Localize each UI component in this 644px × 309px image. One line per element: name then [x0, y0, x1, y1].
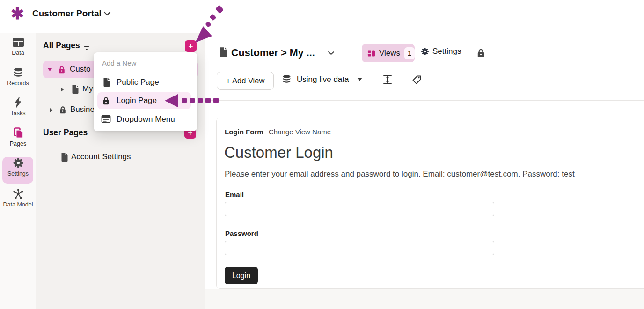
gear-icon [13, 157, 24, 169]
lock-icon [59, 105, 67, 114]
password-field[interactable] [225, 241, 494, 255]
menu-item-label: Public Page [117, 78, 159, 87]
caret-down-icon[interactable] [48, 68, 52, 71]
caret-right-icon[interactable] [50, 108, 53, 112]
app-name: Customer Portal [32, 8, 102, 19]
nav-sidebar: Data Records Tasks Pages Settings Data M… [0, 33, 36, 309]
sidebar-item-settings[interactable]: Settings [0, 157, 36, 177]
sidebar-item-label: Data Model [0, 201, 36, 208]
app-logo-icon: ✱ [11, 6, 24, 22]
sidebar-item-data-model[interactable]: Data Model [0, 188, 36, 208]
chevron-down-icon[interactable] [103, 11, 111, 16]
tree-item-label: Custo [70, 65, 90, 74]
sidebar-item-data[interactable]: Data [0, 37, 36, 56]
change-view-name-link[interactable]: Change View Name [269, 128, 331, 136]
tree-row[interactable]: Account Settings [36, 151, 205, 163]
top-bar: ✱ Customer Portal [0, 0, 644, 33]
database-icon [282, 74, 292, 84]
chevron-down-icon[interactable] [328, 51, 335, 55]
data-source-dropdown[interactable]: Using live data [282, 74, 362, 84]
dropdown-menu-icon [101, 115, 111, 124]
main-content: Customer > My ... Views 1 Settings + Add… [205, 33, 644, 309]
row-height-icon[interactable] [383, 74, 392, 85]
sidebar-item-records[interactable]: Records [0, 67, 36, 87]
view-card: Login Form Change View Name Customer Log… [216, 118, 644, 289]
tab-views-label: Views [379, 49, 400, 58]
caret-right-icon[interactable] [61, 88, 64, 92]
form-description: Please enter your email address and pass… [225, 169, 575, 179]
menu-item-label: Dropdown Menu [117, 115, 175, 124]
sidebar-item-label: Pages [0, 140, 36, 147]
bottom-strip [205, 289, 644, 309]
sidebar-item-label: Records [0, 80, 36, 87]
menu-item-public-page[interactable]: Public Page [94, 75, 197, 90]
email-field[interactable] [225, 202, 494, 216]
tab-settings-label: Settings [432, 47, 461, 56]
gear-icon [421, 47, 429, 56]
pages-icon [13, 127, 24, 139]
database-icon [13, 67, 24, 78]
tab-settings[interactable]: Settings [421, 47, 461, 56]
views-count-badge: 1 [404, 47, 415, 59]
lock-icon [58, 65, 66, 74]
tree-item-label: Busine [70, 105, 95, 114]
form-heading: Customer Login [224, 144, 333, 162]
user-pages-title: User Pages [43, 128, 88, 138]
file-icon [71, 85, 79, 94]
view-type-label: Login Form [225, 128, 263, 136]
sidebar-item-pages[interactable]: Pages [0, 127, 36, 147]
add-view-button[interactable]: + Add View [217, 72, 274, 90]
file-icon [218, 47, 227, 58]
add-page-button[interactable]: + [185, 40, 197, 52]
data-source-label: Using live data [297, 75, 349, 84]
pages-panel-title: All Pages [43, 41, 80, 51]
lock-icon [102, 96, 110, 105]
add-page-menu: Add a New Public Page Login Page Dropdow… [94, 52, 197, 131]
tree-item-label: Account Settings [71, 152, 131, 162]
caret-down-icon [357, 78, 362, 81]
table-icon [12, 37, 24, 48]
password-label: Password [225, 229, 258, 237]
email-label: Email [225, 191, 244, 199]
sidebar-item-label: Tasks [0, 110, 36, 117]
menu-item-login-page[interactable]: Login Page [94, 93, 197, 108]
sidebar-item-tasks[interactable]: Tasks [0, 97, 36, 117]
sidebar-item-label: Settings [0, 170, 36, 177]
menu-header: Add a New [102, 59, 136, 67]
filter-icon[interactable] [82, 43, 91, 51]
menu-item-label: Login Page [117, 96, 157, 105]
lightning-icon [13, 97, 24, 108]
menu-item-dropdown-menu[interactable]: Dropdown Menu [94, 112, 197, 127]
tab-views[interactable]: Views 1 [362, 44, 415, 62]
lock-icon [476, 48, 486, 58]
login-button[interactable]: Login [225, 267, 258, 284]
page-title: Customer > My ... [231, 47, 315, 59]
tree-item-label: My [82, 84, 93, 94]
file-icon [102, 78, 110, 87]
file-icon [60, 153, 68, 162]
views-icon [367, 49, 375, 58]
tag-icon[interactable] [412, 75, 422, 85]
toolbar-divider [205, 100, 644, 101]
network-icon [13, 188, 24, 199]
sidebar-item-label: Data [0, 50, 36, 56]
